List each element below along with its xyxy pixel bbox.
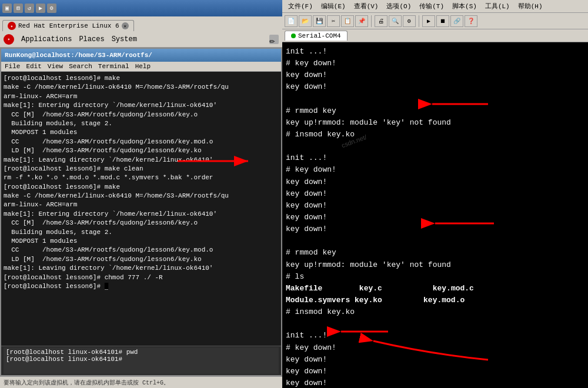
menu-options-r[interactable]: 选项(O) xyxy=(383,1,415,11)
taskbar-icon-3: ↺ xyxy=(25,4,34,13)
status-bar: 要将输入定向到该虚拟机，请在虚拟机内部单击或按 Ctrl+G。 xyxy=(0,376,282,388)
window-tabs-area: ✦ Red Hat Enterprise Linux 6 ✕ xyxy=(0,16,282,31)
menu-terminal[interactable]: Terminal xyxy=(98,63,129,70)
serial-line-12: key down! xyxy=(286,212,584,223)
connection-status-icon xyxy=(291,34,296,38)
terminal-line-22: [root@localhost lesson6]# chmod 777 ./ -… xyxy=(4,273,279,282)
terminal-line-4: CC [M] /home/S3-ARM/rootfs/qudong/lesson… xyxy=(4,111,279,119)
gnome-rh-logo: ✦ xyxy=(4,34,14,45)
toolbar-btn-4[interactable]: ✂ xyxy=(327,15,340,27)
toolbar-btn-3[interactable]: 💾 xyxy=(313,15,326,27)
taskbar-icon-2: ⊞ xyxy=(14,4,23,13)
serial-line-5: key up!rmmod: module 'key' not found xyxy=(286,117,584,129)
terminal-line-5: Building modules, stage 2. xyxy=(4,119,279,128)
menu-file[interactable]: File xyxy=(5,63,20,70)
toolbar-btn-11[interactable]: ⏹ xyxy=(436,15,449,27)
serial-tab-bar: Serial-COM4 xyxy=(282,29,588,42)
terminal-line-13: make -C /home/kernel/linux-ok6410 M=/hom… xyxy=(4,192,279,200)
menu-help-r[interactable]: 帮助(H) xyxy=(514,1,546,11)
gnome-tray: ✏ xyxy=(269,35,279,44)
toolbar-btn-12[interactable]: 🔗 xyxy=(450,15,463,27)
terminal-line-23: [root@localhost lesson6]# █ xyxy=(4,282,279,291)
taskbar: ▣ ⊞ ↺ ▶ ⚙ xyxy=(0,0,282,16)
terminal-line-21: make[1]: Leaving directory `/home/kernel… xyxy=(4,264,279,273)
toolbar-btn-2[interactable]: 📂 xyxy=(299,15,312,27)
serial-line-0: init ...! xyxy=(286,46,584,58)
serial-line-17: Makefile key.c key.mod.c xyxy=(286,283,584,295)
toolbar-btn-1[interactable]: 📄 xyxy=(285,15,298,27)
rh-logo-icon: ✦ xyxy=(8,22,16,30)
serial-line-blank-4 xyxy=(286,318,584,330)
serial-tab-label: Serial-COM4 xyxy=(298,32,341,39)
serial-line-23: key down! xyxy=(286,366,584,377)
serial-line-22: key down! xyxy=(286,354,584,366)
toolbar-btn-9[interactable]: ⚙ xyxy=(403,15,416,27)
menu-view[interactable]: View xyxy=(48,63,63,70)
serial-line-6: # insmod key.ko xyxy=(286,129,584,141)
menu-edit-r[interactable]: 编辑(E) xyxy=(318,1,349,11)
terminal-line-16: CC [M] /home/S3-ARM/rootfs/qudong/lesson… xyxy=(4,219,279,228)
gnome-applications[interactable]: Applications xyxy=(21,35,72,44)
menu-transfer-r[interactable]: 传输(T) xyxy=(416,1,447,11)
status-text: 要将输入定向到该虚拟机，请在虚拟机内部单击或按 Ctrl+G。 xyxy=(4,379,169,387)
terminal-line-20: LD [M] /home/S3-ARM/rootfs/qudong/lesson… xyxy=(4,255,279,264)
serial-com4-tab[interactable]: Serial-COM4 xyxy=(285,31,348,41)
close-tab-button[interactable]: ✕ xyxy=(122,22,129,29)
menu-tools-r[interactable]: 工具(L) xyxy=(482,1,513,11)
serial-line-2: key down! xyxy=(286,69,584,81)
serial-line-21: # key down! xyxy=(286,342,584,354)
gnome-system[interactable]: System xyxy=(112,35,137,44)
terminal-line-18: MODPOST 1 modules xyxy=(4,237,279,246)
menu-view-r[interactable]: 查看(V) xyxy=(350,1,382,11)
serial-line-19: # insmod key.ko xyxy=(286,306,584,318)
terminal-line-19: CC /home/S3-ARM/rootfs/qudong/lesson6/ke… xyxy=(4,246,279,255)
terminal-line-8: LD [M] /home/S3-ARM/rootfs/qudong/lesson… xyxy=(4,146,279,155)
toolbar-btn-10[interactable]: ▶ xyxy=(422,15,435,27)
terminal-line-15: make[1]: Entering directory `/home/kerne… xyxy=(4,210,279,219)
rhel-tab[interactable]: ✦ Red Hat Enterprise Linux 6 ✕ xyxy=(2,20,134,31)
serial-content: init ...! # key down! key down! key down… xyxy=(282,42,588,388)
terminal-line-2: arm-linux- ARCH=arm xyxy=(4,92,279,101)
serial-line-10: key down! xyxy=(286,188,584,200)
toolbar-btn-8[interactable]: 🔍 xyxy=(389,15,402,27)
toolbar-btn-13[interactable]: ❓ xyxy=(465,15,477,27)
terminal-title: RunKong@localhost:/home/S3-ARM/rootfs/ xyxy=(5,52,152,59)
menu-edit[interactable]: Edit xyxy=(26,63,41,70)
taskbar-icon-4: ▶ xyxy=(36,4,45,13)
gnome-places[interactable]: Places xyxy=(79,35,104,44)
menu-help[interactable]: Help xyxy=(135,63,151,70)
rhel-tab-label: Red Hat Enterprise Linux 6 xyxy=(18,22,119,29)
not-found-text-2: found xyxy=(428,260,451,269)
terminal-line-9: make[1]: Leaving directory `/home/kernel… xyxy=(4,156,279,165)
terminal-line-12: [root@localhost lesson6]# make xyxy=(4,183,279,192)
terminal-line-17: Building modules, stage 2. xyxy=(4,228,279,237)
terminal-window: RunKong@localhost:/home/S3-ARM/rootfs/ F… xyxy=(0,48,282,376)
terminal-line-7: CC /home/S3-ARM/rootfs/qudong/lesson6/ke… xyxy=(4,138,279,146)
terminal-titlebar: RunKong@localhost:/home/S3-ARM/rootfs/ xyxy=(1,49,281,62)
terminal-line-1: make -C /home/kernel/linux-ok6410 M=/hom… xyxy=(4,83,279,92)
menu-script-r[interactable]: 脚本(S) xyxy=(449,1,480,11)
serial-line-16: # ls xyxy=(286,271,584,283)
not-found-text-1: found xyxy=(428,118,451,127)
toolbar-btn-5[interactable]: 📋 xyxy=(341,15,354,27)
terminal-line-3: make[1]: Entering directory `/home/kerne… xyxy=(4,101,279,110)
terminal-line-11: rm -f *.ko *.o *.mod.o *.mod.c *.symvers… xyxy=(4,173,279,182)
serial-line-20: init ...! xyxy=(286,330,584,342)
serial-line-blank-1 xyxy=(286,93,584,105)
toolbar-btn-7[interactable]: 🖨 xyxy=(375,15,387,27)
toolbar-btn-6[interactable]: 📌 xyxy=(355,15,368,27)
serial-line-11: key down! xyxy=(286,200,584,212)
bottom-line-2: [root@localhost linux-ok64101# xyxy=(6,356,276,363)
menu-file-r[interactable]: 文件(F) xyxy=(285,1,316,11)
serial-line-7: init ...! xyxy=(286,152,584,164)
serial-line-8: # key down! xyxy=(286,164,584,176)
serial-line-1: # key down! xyxy=(286,58,584,69)
serial-line-14: # rmmod key xyxy=(286,247,584,259)
terminal-line-0: [root@localhost lesson6]# make xyxy=(4,74,279,83)
terminal-line-10: [root@localhost lesson6]# make clean xyxy=(4,165,279,173)
left-panel: ▣ ⊞ ↺ ▶ ⚙ ✦ Red Hat Enterprise Linux 6 ✕… xyxy=(0,0,282,388)
menu-search[interactable]: Search xyxy=(69,63,92,70)
taskbar-icon-5: ⚙ xyxy=(47,4,56,13)
serial-line-24: key down! xyxy=(286,377,584,388)
terminal-menubar: File Edit View Search Terminal Help xyxy=(1,62,281,72)
